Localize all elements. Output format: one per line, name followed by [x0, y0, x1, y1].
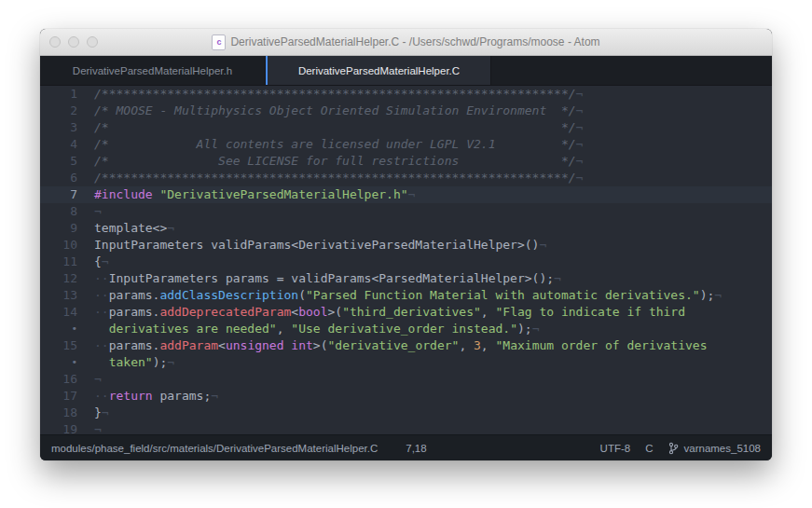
code-line[interactable]: 9template<>¬ [40, 220, 772, 237]
atom-window: c DerivativeParsedMaterialHelper.C - /Us… [40, 29, 772, 460]
code-line[interactable]: 3/* */¬ [40, 119, 772, 136]
line-number[interactable]: 10 [40, 237, 85, 254]
line-number[interactable]: 11 [40, 254, 85, 270]
code-text: }¬ [85, 405, 109, 421]
code-line[interactable]: 14··params.addDeprecatedParam<bool>("thi… [40, 304, 772, 321]
status-bar: modules/phase_field/src/materials/Deriva… [40, 434, 772, 460]
code-text: template<>¬ [85, 220, 174, 237]
line-number[interactable]: 6 [40, 170, 85, 186]
git-branch-name: varnames_5108 [684, 443, 761, 454]
code-text: ··InputParameters params = validParams<P… [85, 270, 561, 287]
code-text: /***************************************… [85, 170, 583, 186]
code-line[interactable]: 10InputParameters validParams<Derivative… [40, 237, 772, 254]
code-text: ··return params;¬ [85, 388, 218, 405]
line-number[interactable]: 8 [40, 203, 85, 220]
tab-label: DerivativeParsedMaterialHelper.h [73, 65, 232, 76]
code-line[interactable]: 18}¬ [40, 405, 772, 421]
line-number[interactable]: 9 [40, 220, 85, 237]
line-number[interactable]: 1 [40, 86, 85, 103]
code-text: taken");¬ [85, 354, 174, 371]
code-line[interactable]: 16¬ [40, 371, 772, 388]
line-number[interactable]: 3 [40, 119, 85, 136]
window-title: DerivativeParsedMaterialHelper.C - /User… [230, 35, 599, 48]
line-number[interactable]: 12 [40, 270, 85, 287]
code-line[interactable]: 6/**************************************… [40, 170, 772, 186]
title-bar[interactable]: c DerivativeParsedMaterialHelper.C - /Us… [40, 29, 772, 56]
code-line[interactable]: 8¬ [40, 203, 772, 220]
code-line[interactable]: 2/* MOOSE - Multiphysics Object Oriented… [40, 103, 772, 119]
code-line[interactable]: 4/* All contents are licensed under LGPL… [40, 136, 772, 153]
line-number[interactable]: 15 [40, 337, 85, 354]
line-number[interactable]: 16 [40, 371, 85, 388]
code-text: derivatives are needed", "Use derivative… [85, 321, 539, 337]
cursor-position[interactable]: 7,18 [406, 443, 426, 454]
line-number[interactable]: 17 [40, 388, 85, 405]
file-icon: c [212, 34, 226, 50]
code-text: ¬ [85, 421, 102, 434]
line-number[interactable]: 14 [40, 304, 85, 321]
line-number[interactable]: 18 [40, 405, 85, 421]
code-line[interactable]: 17··return params;¬ [40, 388, 772, 405]
line-number[interactable]: 13 [40, 287, 85, 304]
line-number[interactable]: 7 [40, 186, 85, 203]
wrap-bullet[interactable]: • [40, 354, 85, 371]
code-line[interactable]: 11{¬ [40, 254, 772, 270]
encoding-selector[interactable]: UTF-8 [600, 443, 631, 454]
code-text: ¬ [85, 371, 102, 388]
code-text: InputParameters validParams<DerivativePa… [85, 237, 546, 254]
zoom-button[interactable] [87, 36, 98, 48]
code-text: /* MOOSE - Multiphysics Object Oriented … [85, 103, 583, 119]
close-button[interactable] [49, 36, 61, 48]
git-branch-icon [668, 442, 679, 455]
code-text: ··params.addClassDescription("Parsed Fun… [85, 287, 722, 304]
title-group: c DerivativeParsedMaterialHelper.C - /Us… [212, 34, 599, 50]
code-text: /***************************************… [85, 86, 583, 103]
code-text: /* See LICENSE for full restrictions */¬ [85, 153, 583, 170]
traffic-lights [49, 29, 98, 55]
code-line-wrap[interactable]: • taken");¬ [40, 354, 772, 371]
code-line[interactable]: 12··InputParameters params = validParams… [40, 270, 772, 287]
code-text: /* */¬ [85, 119, 583, 136]
code-text: /* All contents are licensed under LGPL … [85, 136, 583, 153]
grammar-selector[interactable]: C [645, 443, 653, 454]
line-number[interactable]: 4 [40, 136, 85, 153]
code-text: {¬ [85, 254, 109, 270]
code-line-wrap[interactable]: • derivatives are needed", "Use derivati… [40, 321, 772, 337]
tab-DerivativeParsedMaterialHelper.C[interactable]: DerivativeParsedMaterialHelper.C [266, 56, 491, 85]
code-line[interactable]: 15··params.addParam<unsigned int>("deriv… [40, 337, 772, 354]
editor-pane[interactable]: 1/**************************************… [40, 86, 772, 434]
line-number[interactable]: 5 [40, 153, 85, 170]
code-line[interactable]: 1/**************************************… [40, 86, 772, 103]
code-line[interactable]: 7#include "DerivativeParsedMaterialHelpe… [40, 186, 772, 203]
code-line[interactable]: 5/* See LICENSE for full restrictions */… [40, 153, 772, 170]
code-text: ··params.addDeprecatedParam<bool>("third… [85, 304, 685, 321]
wrap-bullet[interactable]: • [40, 321, 85, 337]
line-number[interactable]: 2 [40, 103, 85, 119]
code-text: #include "DerivativeParsedMaterialHelper… [85, 186, 415, 203]
line-number[interactable]: 19 [40, 421, 85, 434]
code-text: ¬ [85, 203, 102, 220]
code-line[interactable]: 13··params.addClassDescription("Parsed F… [40, 287, 772, 304]
minimize-button[interactable] [68, 36, 79, 48]
code-text: ··params.addParam<unsigned int>("derivat… [85, 337, 708, 354]
tab-label: DerivativeParsedMaterialHelper.C [298, 65, 460, 76]
code-line[interactable]: 19¬ [40, 421, 772, 434]
tab-bar: DerivativeParsedMaterialHelper.hDerivati… [40, 56, 772, 86]
git-branch-status[interactable]: varnames_5108 [668, 442, 761, 455]
tab-DerivativeParsedMaterialHelper.h[interactable]: DerivativeParsedMaterialHelper.h [40, 56, 266, 85]
status-file-path: modules/phase_field/src/materials/Deriva… [51, 443, 378, 454]
